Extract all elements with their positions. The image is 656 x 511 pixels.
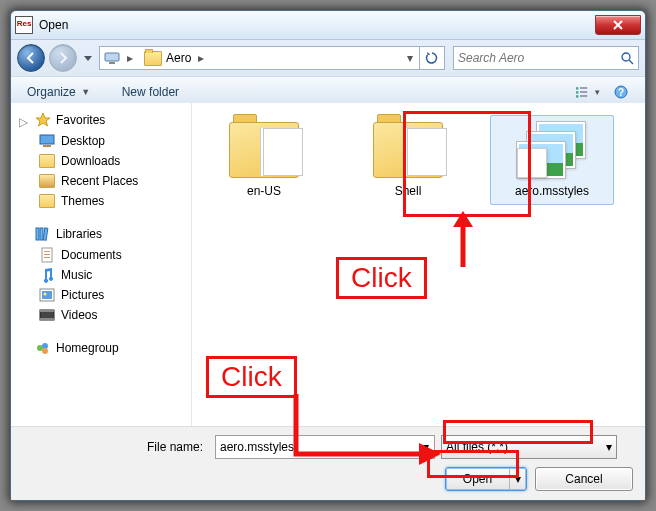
sidebar-item-themes[interactable]: Themes — [11, 191, 191, 211]
refresh-button[interactable] — [419, 47, 444, 69]
nav-history-dropdown[interactable] — [81, 48, 95, 68]
help-button[interactable]: ? — [607, 80, 635, 104]
favorites-icon — [35, 112, 51, 128]
svg-rect-11 — [40, 135, 54, 144]
svg-point-2 — [622, 53, 630, 61]
videos-icon — [39, 307, 55, 323]
file-pane[interactable]: en-US Shell aero.msstyles — [192, 103, 645, 426]
svg-rect-5 — [576, 95, 578, 97]
sidebar-label: Favorites — [56, 113, 105, 127]
sidebar-item-pictures[interactable]: Pictures — [11, 285, 191, 305]
search-box[interactable] — [453, 46, 639, 70]
arrow-left-icon — [25, 52, 37, 64]
sidebar-group-libraries: ▷ Libraries Documents Music Pictures Vid… — [11, 223, 191, 325]
file-item-msstyles[interactable]: aero.msstyles — [490, 115, 614, 205]
disclose-icon: ▷ — [19, 115, 30, 126]
forward-button[interactable] — [49, 44, 77, 72]
sidebar-item-label: Videos — [61, 308, 97, 322]
cancel-button[interactable]: Cancel — [535, 467, 633, 491]
search-icon — [616, 52, 638, 65]
chevron-down-icon: ▼ — [80, 87, 92, 97]
filter-label: All files (*.*) — [446, 440, 508, 454]
sidebar-item-label: Desktop — [61, 134, 105, 148]
sidebar-item-documents[interactable]: Documents — [11, 245, 191, 265]
svg-rect-0 — [105, 53, 119, 61]
view-icon — [576, 85, 590, 99]
organize-menu[interactable]: Organize ▼ — [21, 82, 98, 102]
svg-rect-7 — [580, 91, 587, 93]
app-icon: Res — [15, 16, 33, 34]
window-title: Open — [39, 18, 68, 32]
svg-rect-17 — [44, 251, 50, 252]
sidebar-item-music[interactable]: Music — [11, 265, 191, 285]
titlebar: Res Open — [11, 11, 645, 40]
svg-rect-8 — [580, 95, 587, 97]
svg-text:?: ? — [618, 87, 624, 98]
folder-icon — [373, 122, 443, 178]
downloads-icon — [39, 153, 55, 169]
svg-rect-19 — [44, 257, 50, 258]
svg-rect-12 — [43, 145, 51, 147]
folder-icon — [144, 51, 162, 66]
body-area: ▷ Favorites Desktop Downloads Recent Pla… — [11, 103, 645, 426]
sidebar-group-favorites: ▷ Favorites Desktop Downloads Recent Pla… — [11, 109, 191, 211]
close-button[interactable] — [595, 15, 641, 35]
new-folder-label: New folder — [122, 85, 179, 99]
search-input[interactable] — [454, 51, 616, 65]
breadcrumb-aero[interactable]: Aero ▸ — [140, 47, 211, 69]
file-item-label: Shell — [353, 184, 463, 198]
refresh-icon — [425, 51, 439, 65]
svg-rect-24 — [40, 310, 54, 312]
sidebar-item-desktop[interactable]: Desktop — [11, 131, 191, 151]
file-item-folder[interactable]: en-US — [202, 115, 326, 205]
sidebar-group-homegroup: ▷ Homegroup — [11, 337, 191, 359]
sidebar-item-recent-places[interactable]: Recent Places — [11, 171, 191, 191]
address-bar[interactable]: ▸ Aero ▸ ▾ — [99, 46, 445, 70]
sidebar-item-label: Pictures — [61, 288, 104, 302]
chevron-right-icon: ▸ — [124, 51, 136, 65]
sidebar-label: Libraries — [56, 227, 102, 241]
open-button-dropdown[interactable]: ▾ — [509, 468, 526, 490]
footer-panel: File name: ▾ All files (*.*) ▾ Open ▾ Ca… — [11, 426, 645, 500]
svg-rect-25 — [40, 318, 54, 320]
view-mode-button[interactable]: ▼ — [575, 80, 603, 104]
open-button[interactable]: Open ▾ — [445, 467, 527, 491]
filename-label: File name: — [23, 440, 209, 454]
open-dialog-window: Res Open ▸ Aero — [10, 10, 646, 501]
back-button[interactable] — [17, 44, 45, 72]
file-type-filter[interactable]: All files (*.*) ▾ — [441, 435, 617, 459]
homegroup-icon — [35, 340, 51, 356]
sidebar-item-label: Music — [61, 268, 92, 282]
sidebar-header-homegroup[interactable]: ▷ Homegroup — [11, 337, 191, 359]
chevron-down-icon[interactable]: ▾ — [418, 440, 434, 454]
svg-point-22 — [44, 293, 47, 296]
chevron-down-icon: ▾ — [401, 51, 419, 65]
filename-combobox[interactable]: ▾ — [215, 435, 435, 459]
sidebar-header-favorites[interactable]: ▷ Favorites — [11, 109, 191, 131]
file-item-folder[interactable]: Shell — [346, 115, 470, 205]
breadcrumb-computer[interactable]: ▸ — [100, 47, 140, 69]
organize-label: Organize — [27, 85, 76, 99]
folder-icon — [39, 193, 55, 209]
sidebar-item-videos[interactable]: Videos — [11, 305, 191, 325]
close-icon — [613, 20, 623, 30]
sidebar-item-label: Documents — [61, 248, 122, 262]
new-folder-button[interactable]: New folder — [116, 82, 185, 102]
svg-rect-3 — [576, 87, 578, 89]
pictures-icon — [39, 287, 55, 303]
libraries-icon — [35, 226, 51, 242]
breadcrumb-label: Aero — [166, 51, 191, 65]
sidebar-item-downloads[interactable]: Downloads — [11, 151, 191, 171]
svg-rect-1 — [109, 62, 115, 64]
file-item-label: aero.msstyles — [497, 184, 607, 198]
computer-icon — [104, 50, 120, 66]
filename-input[interactable] — [216, 440, 418, 454]
help-icon: ? — [614, 85, 628, 99]
svg-rect-4 — [576, 91, 578, 93]
svg-point-28 — [42, 348, 48, 354]
chevron-down-icon: ▾ — [606, 440, 612, 454]
address-dropdown[interactable]: ▾ — [401, 47, 419, 69]
sidebar-header-libraries[interactable]: ▷ Libraries — [11, 223, 191, 245]
desktop-icon — [39, 133, 55, 149]
file-item-label: en-US — [209, 184, 319, 198]
